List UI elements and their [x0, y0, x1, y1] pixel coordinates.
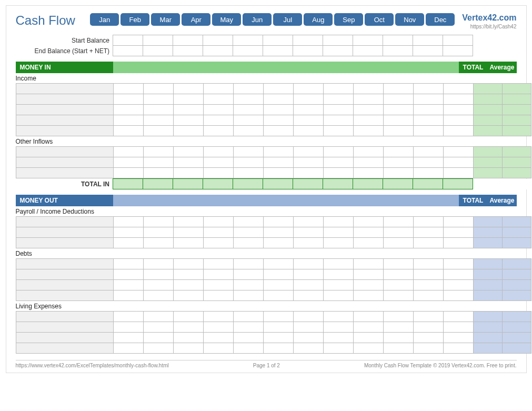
- balance-cell[interactable]: [203, 46, 233, 56]
- month-cell[interactable]: [233, 84, 263, 94]
- month-cell[interactable]: [263, 147, 293, 157]
- month-cell[interactable]: [383, 168, 413, 178]
- month-cell[interactable]: [353, 238, 383, 248]
- balance-cell[interactable]: [443, 35, 473, 46]
- month-cell[interactable]: [413, 94, 443, 105]
- balance-cell[interactable]: [203, 35, 233, 46]
- month-cell[interactable]: [113, 115, 143, 126]
- month-cell[interactable]: [293, 168, 323, 178]
- month-cell[interactable]: [323, 238, 353, 248]
- month-cell[interactable]: [203, 280, 233, 290]
- month-cell[interactable]: [263, 238, 293, 248]
- month-cell[interactable]: [173, 238, 203, 248]
- month-cell[interactable]: [443, 333, 473, 343]
- month-cell[interactable]: [173, 259, 203, 269]
- month-cell[interactable]: [113, 227, 143, 238]
- month-cell[interactable]: [173, 157, 203, 168]
- balance-cell[interactable]: [323, 35, 353, 46]
- month-cell[interactable]: [413, 280, 443, 290]
- balance-cell[interactable]: [353, 35, 383, 46]
- month-cell[interactable]: [233, 115, 263, 126]
- month-cell[interactable]: [353, 269, 383, 280]
- month-cell[interactable]: [113, 168, 143, 178]
- month-cell[interactable]: [203, 312, 233, 322]
- month-cell[interactable]: [413, 333, 443, 343]
- balance-cell[interactable]: [413, 35, 443, 46]
- month-cell[interactable]: [413, 168, 443, 178]
- row-label-cell[interactable]: [16, 343, 113, 354]
- month-cell[interactable]: [413, 84, 443, 94]
- month-cell[interactable]: [293, 147, 323, 157]
- month-cell[interactable]: [353, 217, 383, 227]
- month-cell[interactable]: [143, 269, 173, 280]
- month-cell[interactable]: [293, 259, 323, 269]
- month-cell[interactable]: [143, 322, 173, 333]
- month-cell[interactable]: [383, 238, 413, 248]
- month-cell[interactable]: [413, 238, 443, 248]
- month-cell[interactable]: [203, 94, 233, 105]
- month-cell[interactable]: [233, 333, 263, 343]
- month-cell[interactable]: [263, 322, 293, 333]
- month-cell[interactable]: [173, 147, 203, 157]
- balance-cell[interactable]: [323, 46, 353, 56]
- month-cell[interactable]: [443, 217, 473, 227]
- month-cell[interactable]: [233, 312, 263, 322]
- month-cell[interactable]: [173, 290, 203, 301]
- month-cell[interactable]: [443, 322, 473, 333]
- month-cell[interactable]: [233, 269, 263, 280]
- month-cell[interactable]: [203, 343, 233, 354]
- month-cell[interactable]: [113, 322, 143, 333]
- row-label-cell[interactable]: [16, 217, 113, 227]
- month-cell[interactable]: [263, 290, 293, 301]
- row-label-cell[interactable]: [16, 312, 113, 322]
- month-cell[interactable]: [263, 84, 293, 94]
- month-cell[interactable]: [413, 126, 443, 136]
- month-cell[interactable]: [233, 238, 263, 248]
- month-cell[interactable]: [233, 105, 263, 115]
- month-cell[interactable]: [383, 259, 413, 269]
- month-cell[interactable]: [173, 280, 203, 290]
- month-cell[interactable]: [323, 126, 353, 136]
- balance-cell[interactable]: [233, 46, 263, 56]
- month-cell[interactable]: [443, 157, 473, 168]
- month-cell[interactable]: [323, 343, 353, 354]
- month-cell[interactable]: [143, 280, 173, 290]
- month-cell[interactable]: [143, 84, 173, 94]
- month-cell[interactable]: [383, 115, 413, 126]
- month-cell[interactable]: [203, 322, 233, 333]
- month-cell[interactable]: [263, 126, 293, 136]
- row-label-cell[interactable]: [16, 322, 113, 333]
- month-cell[interactable]: [413, 322, 443, 333]
- month-cell[interactable]: [203, 259, 233, 269]
- month-cell[interactable]: [233, 290, 263, 301]
- month-cell[interactable]: [233, 217, 263, 227]
- month-cell[interactable]: [173, 227, 203, 238]
- month-cell[interactable]: [203, 269, 233, 280]
- month-cell[interactable]: [413, 217, 443, 227]
- month-cell[interactable]: [113, 269, 143, 280]
- month-cell[interactable]: [293, 115, 323, 126]
- month-cell[interactable]: [263, 333, 293, 343]
- month-cell[interactable]: [233, 157, 263, 168]
- month-cell[interactable]: [383, 312, 413, 322]
- month-cell[interactable]: [263, 168, 293, 178]
- month-cell[interactable]: [143, 343, 173, 354]
- month-cell[interactable]: [353, 115, 383, 126]
- month-cell[interactable]: [443, 312, 473, 322]
- month-cell[interactable]: [323, 280, 353, 290]
- row-label-cell[interactable]: [16, 269, 113, 280]
- month-cell[interactable]: [293, 312, 323, 322]
- balance-cell[interactable]: [233, 35, 263, 46]
- month-cell[interactable]: [173, 105, 203, 115]
- month-cell[interactable]: [383, 322, 413, 333]
- month-cell[interactable]: [113, 312, 143, 322]
- month-cell[interactable]: [233, 259, 263, 269]
- balance-cell[interactable]: [113, 35, 143, 46]
- month-cell[interactable]: [143, 94, 173, 105]
- month-cell[interactable]: [323, 322, 353, 333]
- month-cell[interactable]: [143, 168, 173, 178]
- row-label-cell[interactable]: [16, 238, 113, 248]
- month-cell[interactable]: [323, 290, 353, 301]
- month-cell[interactable]: [323, 147, 353, 157]
- month-cell[interactable]: [263, 217, 293, 227]
